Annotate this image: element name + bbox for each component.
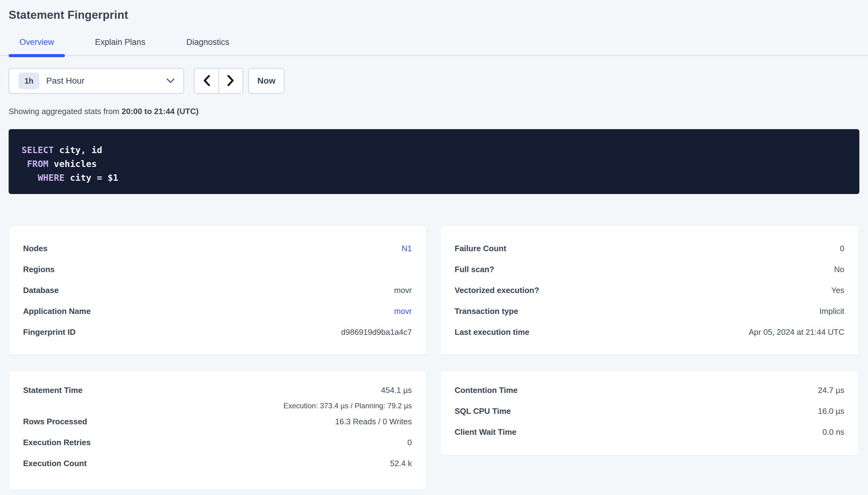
tab-overview-label: Overview xyxy=(19,37,54,47)
row-label: Contention Time xyxy=(455,386,518,395)
tab-explain-plans-label: Explain Plans xyxy=(95,37,146,47)
time-controls: 1h Past Hour Now xyxy=(9,68,859,94)
table-row: Full scan? No xyxy=(455,259,844,280)
table-row: Failure Count 0 xyxy=(455,238,844,259)
row-label: Full scan? xyxy=(455,265,494,274)
time-range-badge: 1h xyxy=(18,72,39,89)
table-row: Last execution time Apr 05, 2024 at 21:4… xyxy=(455,322,844,342)
now-button[interactable]: Now xyxy=(248,68,284,94)
row-value: movr xyxy=(394,286,412,295)
row-value: 0.0 ns xyxy=(822,427,844,437)
row-label: Execution Count xyxy=(23,459,87,468)
row-label: Application Name xyxy=(23,307,91,316)
tab-diagnostics-label: Diagnostics xyxy=(186,37,229,47)
sql-text: city = $1 xyxy=(65,172,118,183)
application-name-link[interactable]: movr xyxy=(394,307,412,316)
row-label: Fingerprint ID xyxy=(23,327,76,337)
row-label: Statement Time xyxy=(23,386,82,395)
row-label: Database xyxy=(23,286,59,295)
next-interval-button[interactable] xyxy=(218,69,243,93)
stats-line-range: 20:00 to 21:44 (UTC) xyxy=(121,107,198,116)
sql-text: city, id xyxy=(54,145,102,155)
statement-time-breakdown: Execution: 373.4 µs / Planning: 79.2 µs xyxy=(23,400,412,411)
row-label: Execution Retries xyxy=(23,438,91,447)
sql-text: vehicles xyxy=(48,159,97,169)
table-row: Transaction type Implicit xyxy=(455,301,844,322)
statement-details-card: Nodes N1 Regions Database movr Applicati… xyxy=(9,225,426,355)
row-label: Client Wait Time xyxy=(455,427,517,437)
table-row: Execution Count 52.4 k xyxy=(23,453,412,474)
statement-time-card: Statement Time 454.1 µs Execution: 373.4… xyxy=(9,371,426,490)
table-row: Vectorized execution? Yes xyxy=(455,280,844,301)
table-row: Fingerprint ID d986919d9ba1a4c7 xyxy=(23,322,412,342)
row-value: 454.1 µs xyxy=(381,386,412,395)
stats-line-prefix: Showing aggregated stats from xyxy=(9,107,121,116)
row-value: d986919d9ba1a4c7 xyxy=(341,327,412,337)
row-value: Yes xyxy=(831,286,844,295)
sql-line: WHERE city = $1 xyxy=(21,171,847,185)
row-label: Last execution time xyxy=(455,327,529,337)
table-row: Contention Time 24.7 µs xyxy=(455,380,844,400)
row-label: Vectorized execution? xyxy=(455,286,539,295)
row-label: Rows Processed xyxy=(23,417,87,426)
table-row: Regions xyxy=(23,259,412,280)
table-row: Statement Time 454.1 µs xyxy=(23,380,412,400)
summary-cards: Nodes N1 Regions Database movr Applicati… xyxy=(9,225,859,490)
row-label: Transaction type xyxy=(455,307,518,316)
table-row: SQL CPU Time 16.0 µs xyxy=(455,400,844,422)
row-value: 52.4 k xyxy=(390,459,412,468)
row-value: 0 xyxy=(840,244,844,253)
sql-keyword: SELECT xyxy=(21,145,54,155)
table-row: Database movr xyxy=(23,280,412,301)
row-value: Apr 05, 2024 at 21:44 UTC xyxy=(749,327,844,337)
statement-fingerprint-page: Statement Fingerprint Overview Explain P… xyxy=(0,0,868,490)
table-row: Client Wait Time 0.0 ns xyxy=(455,422,844,442)
row-value: 0 xyxy=(408,438,412,447)
row-label: SQL CPU Time xyxy=(455,407,511,416)
tab-overview[interactable]: Overview xyxy=(9,37,65,55)
time-nav-button-group xyxy=(194,68,243,94)
tab-explain-plans[interactable]: Explain Plans xyxy=(84,37,157,55)
chevron-left-icon xyxy=(203,75,210,87)
tab-bar: Overview Explain Plans Diagnostics xyxy=(0,37,868,56)
table-row: Execution Retries 0 xyxy=(23,432,412,453)
row-value: 24.7 µs xyxy=(818,386,844,395)
chevron-right-icon xyxy=(227,75,234,87)
wait-time-card: Contention Time 24.7 µs SQL CPU Time 16.… xyxy=(440,371,859,455)
row-subvalue: Execution: 373.4 µs / Planning: 79.2 µs xyxy=(283,402,412,410)
aggregated-stats-line: Showing aggregated stats from 20:00 to 2… xyxy=(9,107,859,116)
sql-line: FROM vehicles xyxy=(21,157,847,171)
row-label: Failure Count xyxy=(455,244,506,253)
sql-line: SELECT city, id xyxy=(21,143,847,157)
chevron-down-icon xyxy=(166,78,175,85)
tab-diagnostics[interactable]: Diagnostics xyxy=(176,37,240,55)
table-row: Nodes N1 xyxy=(23,238,412,259)
row-value: Implicit xyxy=(819,307,844,316)
row-label: Regions xyxy=(23,265,55,274)
table-row: Application Name movr xyxy=(23,301,412,322)
nodes-link[interactable]: N1 xyxy=(402,244,412,253)
time-range-selected-label: Past Hour xyxy=(46,76,166,86)
row-value: 16.3 Reads / 0 Writes xyxy=(335,417,412,426)
active-tab-underline xyxy=(9,54,65,57)
sql-keyword: FROM xyxy=(27,159,48,169)
table-row: Rows Processed 16.3 Reads / 0 Writes xyxy=(23,411,412,432)
sql-keyword: WHERE xyxy=(37,172,64,183)
previous-interval-button[interactable] xyxy=(195,69,218,93)
sql-statement-box: SELECT city, id FROM vehicles WHERE city… xyxy=(9,129,859,194)
row-label: Nodes xyxy=(23,244,47,253)
time-range-dropdown[interactable]: 1h Past Hour xyxy=(9,68,184,94)
execution-attributes-card: Failure Count 0 Full scan? No Vectorized… xyxy=(440,225,859,355)
page-title: Statement Fingerprint xyxy=(9,0,859,22)
row-value: No xyxy=(834,265,844,274)
row-value: 16.0 µs xyxy=(818,407,844,416)
